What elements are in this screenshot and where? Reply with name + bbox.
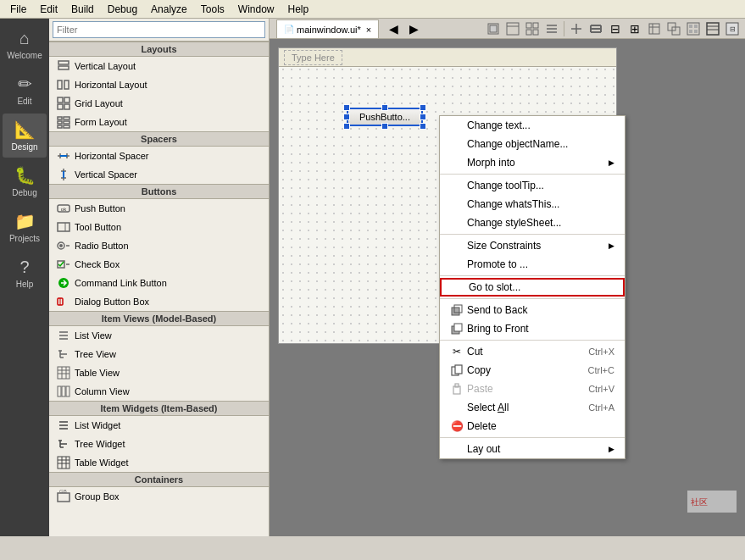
widget-command-link-button[interactable]: Command Link Button bbox=[49, 274, 269, 292]
widget-vertical-spacer[interactable]: Vertical Spacer bbox=[49, 165, 269, 184]
svg-rect-50 bbox=[62, 386, 65, 396]
category-item-widgets: Item Widgets (Item-Based) bbox=[49, 401, 269, 416]
nav-forward-button[interactable]: ▶ bbox=[404, 19, 423, 38]
sidebar-item-design[interactable]: 📐 Design bbox=[3, 114, 47, 158]
sidebar-label-edit: Edit bbox=[17, 97, 31, 106]
widget-check-box[interactable]: Check Box bbox=[49, 255, 269, 274]
sidebar-item-welcome[interactable]: ⌂ Welcome bbox=[3, 22, 47, 66]
ctx-select-all[interactable]: Select All Ctrl+A bbox=[440, 398, 625, 417]
toolbar-btn-6[interactable] bbox=[587, 19, 605, 38]
widget-label-vertical-spacer: Vertical Spacer bbox=[75, 169, 137, 180]
menu-tools[interactable]: Tools bbox=[194, 2, 231, 17]
widget-list-widget[interactable]: List Widget bbox=[49, 416, 269, 435]
menu-window[interactable]: Window bbox=[231, 2, 281, 17]
toolbar-btn-5[interactable] bbox=[567, 19, 586, 38]
tab-close-button[interactable]: × bbox=[366, 25, 371, 35]
widget-grid-layout[interactable]: Grid Layout bbox=[49, 94, 269, 113]
ctx-change-text[interactable]: Change text... bbox=[440, 116, 625, 135]
list-view-icon bbox=[56, 328, 71, 343]
ctx-go-to-slot[interactable]: Go to slot... bbox=[440, 278, 625, 297]
filter-input[interactable] bbox=[53, 21, 265, 38]
canvas-container[interactable]: Type Here PushButto... bbox=[270, 39, 745, 536]
svg-text:GB: GB bbox=[59, 490, 67, 494]
widget-dialog-button-box[interactable]: Dialog Button Box bbox=[49, 292, 269, 311]
toolbar-btn-2[interactable] bbox=[503, 19, 522, 38]
category-spacers: Spacers bbox=[49, 131, 269, 147]
widget-tree-view[interactable]: Tree View bbox=[49, 345, 269, 363]
ctx-morph-into[interactable]: Morph into bbox=[440, 153, 625, 172]
context-menu: Change text... Change objectName... Morp… bbox=[439, 115, 625, 459]
menu-file[interactable]: File bbox=[3, 2, 33, 17]
widget-form-layout[interactable]: Form Layout bbox=[49, 113, 269, 131]
menu-analyze[interactable]: Analyze bbox=[144, 2, 194, 17]
widget-tree-widget[interactable]: Tree Widget bbox=[49, 435, 269, 453]
menu-help[interactable]: Help bbox=[281, 2, 316, 17]
type-here-label[interactable]: Type Here bbox=[284, 50, 342, 65]
svg-point-29 bbox=[59, 244, 63, 247]
toolbar-btn-12[interactable] bbox=[703, 19, 722, 38]
toolbar-btn-10[interactable] bbox=[664, 19, 683, 38]
widget-table-view[interactable]: Table View bbox=[49, 363, 269, 382]
toolbar-btn-8[interactable]: ⊞ bbox=[625, 19, 644, 38]
toolbar-btn-4[interactable] bbox=[542, 19, 561, 38]
ctx-lay-out[interactable]: Lay out bbox=[440, 440, 625, 458]
widget-table-widget[interactable]: Table Widget bbox=[49, 453, 269, 472]
sidebar-label-welcome: Welcome bbox=[7, 51, 42, 60]
push-button-container[interactable]: PushButto... bbox=[347, 108, 423, 126]
command-link-button-icon bbox=[56, 275, 71, 291]
svg-rect-51 bbox=[66, 386, 69, 396]
svg-rect-5 bbox=[64, 97, 69, 103]
ctx-change-objectname[interactable]: Change objectName... bbox=[440, 135, 625, 153]
sidebar-item-projects[interactable]: 📁 Projects bbox=[3, 205, 47, 249]
sidebar-item-help[interactable]: ? Help bbox=[3, 251, 47, 295]
menu-edit[interactable]: Edit bbox=[33, 2, 64, 17]
toolbar-btn-13[interactable]: ⊟ bbox=[723, 19, 742, 38]
filter-bar bbox=[49, 19, 269, 42]
projects-icon: 📁 bbox=[14, 211, 36, 231]
category-buttons: Buttons bbox=[49, 184, 269, 199]
ctx-delete[interactable]: ⛔ Delete bbox=[440, 417, 625, 435]
widget-tool-button[interactable]: Tool Button bbox=[49, 218, 269, 236]
widget-horizontal-spacer[interactable]: Horizontal Spacer bbox=[49, 147, 269, 165]
ctx-cut[interactable]: ✂ Cut Ctrl+X bbox=[440, 342, 625, 361]
ctx-sep-5 bbox=[440, 340, 625, 341]
widget-radio-button[interactable]: Radio Button bbox=[49, 236, 269, 255]
widget-list-view[interactable]: List View bbox=[49, 326, 269, 345]
widget-label-vertical-layout: Vertical Layout bbox=[75, 61, 136, 71]
ctx-copy[interactable]: Copy Ctrl+C bbox=[440, 361, 625, 380]
center-area: 📄 mainwindow.ui* × ◀ ▶ bbox=[270, 19, 745, 536]
svg-rect-1 bbox=[58, 66, 69, 69]
watermark: 社区 bbox=[687, 491, 737, 513]
widget-horizontal-layout[interactable]: Horizontal Layout bbox=[49, 75, 269, 94]
svg-rect-85 bbox=[649, 24, 659, 34]
ctx-change-stylesheet[interactable]: Change styleSheet... bbox=[440, 213, 625, 232]
welcome-icon: ⌂ bbox=[19, 29, 30, 48]
sidebar-item-debug[interactable]: 🐛 Debug bbox=[3, 159, 47, 203]
svg-rect-65 bbox=[58, 493, 69, 502]
sidebar-item-edit[interactable]: ✏ Edit bbox=[3, 68, 47, 112]
ctx-bring-to-front[interactable]: Bring to Front bbox=[440, 319, 625, 338]
handle-tl bbox=[343, 104, 350, 111]
widget-list[interactable]: Layouts Vertical Layout Horizontal Layou… bbox=[49, 42, 269, 536]
handle-tc bbox=[381, 104, 388, 111]
widget-vertical-layout[interactable]: Vertical Layout bbox=[49, 57, 269, 75]
widget-group-box[interactable]: GB Group Box bbox=[49, 487, 269, 506]
ctx-change-whatsthis[interactable]: Change whatsThis... bbox=[440, 195, 625, 213]
tab-mainwindow[interactable]: 📄 mainwindow.ui* × bbox=[276, 19, 379, 38]
nav-back-button[interactable]: ◀ bbox=[384, 19, 403, 38]
widget-column-view[interactable]: Column View bbox=[49, 382, 269, 401]
tree-widget-icon bbox=[56, 436, 71, 452]
ctx-send-to-back[interactable]: Send to Back bbox=[440, 301, 625, 319]
menu-build[interactable]: Build bbox=[64, 2, 101, 17]
ctx-size-constraints[interactable]: Size Constraints bbox=[440, 236, 625, 255]
ctx-change-tooltip[interactable]: Change toolTip... bbox=[440, 176, 625, 195]
menu-debug[interactable]: Debug bbox=[101, 2, 144, 17]
ctx-promote-to[interactable]: Promote to ... bbox=[440, 255, 625, 274]
toolbar-btn-7[interactable]: ⊟ bbox=[606, 19, 625, 38]
handle-tr bbox=[420, 104, 426, 111]
toolbar-btn-3[interactable] bbox=[523, 19, 542, 38]
toolbar-btn-11[interactable] bbox=[684, 19, 703, 38]
toolbar-btn-1[interactable] bbox=[484, 19, 503, 38]
toolbar-btn-9[interactable] bbox=[645, 19, 664, 38]
widget-push-button[interactable]: ok Push Button bbox=[49, 199, 269, 218]
